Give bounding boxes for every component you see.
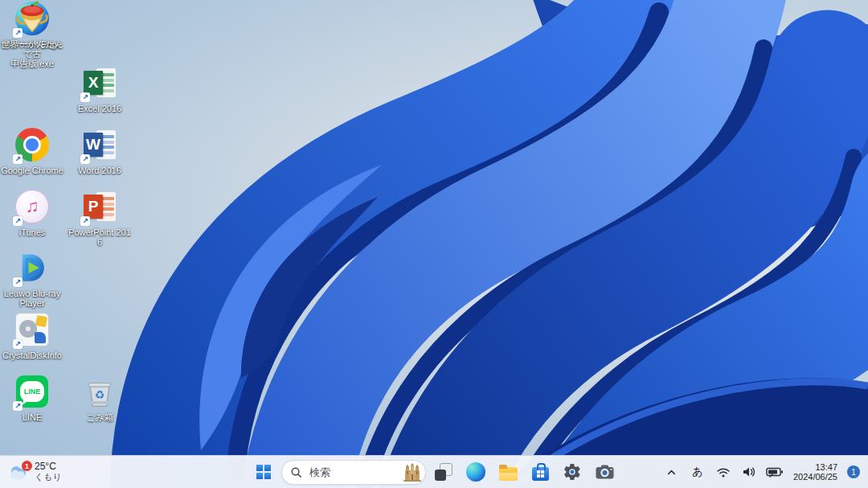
ime-indicator[interactable]: あ <box>686 459 710 485</box>
desktop-icon-label: LINE <box>0 412 64 422</box>
gear-icon <box>563 462 582 482</box>
shortcut-arrow-icon: ↗ <box>13 401 23 411</box>
desktop-icon-label: ごみ箱 <box>68 412 132 422</box>
shortcut-arrow-icon: ↗ <box>13 339 23 349</box>
weather-temperature: 25°C <box>35 461 62 472</box>
taskbar-edge-button[interactable] <box>461 457 490 486</box>
camera-icon <box>595 462 615 482</box>
desktop-icon-line[interactable]: LINE ↗ LINE <box>0 373 64 422</box>
store-bag-icon <box>532 467 549 481</box>
spinning-top-icon <box>14 0 51 37</box>
shortcut-arrow-icon: ↗ <box>13 216 23 226</box>
task-view-icon <box>435 463 452 481</box>
desktop-icon-itunes[interactable]: ♫ ↗ iTunes <box>0 188 64 237</box>
taskbar: 1 25°C くもり <box>0 455 868 488</box>
wifi-icon <box>716 465 731 478</box>
recycle-bin-icon: ♻ <box>82 374 117 409</box>
desktop-icon-leawo-blu-ray-player[interactable]: ↗ Leawo Blu-ray Player <box>0 249 64 308</box>
desktop-icon-word-2016[interactable]: W ↗ Word 2016 <box>68 126 132 175</box>
hidden-icons-button[interactable] <box>660 459 684 485</box>
desktop-icon-label: iTunes <box>0 228 64 237</box>
notification-count-badge[interactable]: 1 <box>847 465 860 478</box>
start-button[interactable] <box>249 457 278 486</box>
desktop-icon-label: CrystalDiskInfo <box>0 351 64 360</box>
svg-text:♻: ♻ <box>95 389 104 401</box>
wifi-button[interactable] <box>711 459 735 485</box>
clock[interactable]: 13:47 2024/06/25 <box>788 462 842 482</box>
taskbar-center-group <box>249 456 619 488</box>
weather-badge: 1 <box>22 461 32 471</box>
search-highlight-castle-image[interactable] <box>403 463 422 482</box>
desktop-icon-label: Leawo Blu-ray <box>0 289 64 298</box>
shortcut-arrow-icon: ↗ <box>80 92 90 102</box>
search-input[interactable] <box>308 465 397 479</box>
desktop-icon-label: 世界一かんたんで古 <box>0 39 64 59</box>
desktop-icon-powerpoint-2016[interactable]: P ↗ PowerPoint 2016 <box>68 188 132 247</box>
chevron-up-icon <box>665 466 678 478</box>
weather-condition: くもり <box>35 472 62 482</box>
desktop-icon-recycle-bin[interactable]: ♻ ごみ箱 <box>68 373 132 422</box>
clock-date: 2024/06/25 <box>793 472 837 482</box>
microsoft-store-button[interactable] <box>526 457 555 486</box>
desktop-icon-label: Word 2016 <box>68 166 132 175</box>
desktop-icon-sekaiichi-kantan-shinkoku[interactable]: 世界一かんたんで古 申告版.exe <box>0 0 64 68</box>
desktop-icon-label: Google Chrome <box>0 166 64 175</box>
search-icon <box>290 466 302 478</box>
shortcut-arrow-icon: ↗ <box>13 154 23 164</box>
settings-button[interactable] <box>558 457 587 486</box>
shortcut-arrow-icon: ↗ <box>80 154 90 164</box>
file-explorer-button[interactable] <box>493 457 522 486</box>
task-view-button[interactable] <box>429 457 458 486</box>
desktop-icon-google-chrome[interactable]: ↗ Google Chrome <box>0 126 64 175</box>
desktop-icon-label: Excel 2016 <box>68 104 132 113</box>
clock-time: 13:47 <box>815 462 837 473</box>
battery-charging-icon <box>766 466 784 478</box>
edge-icon <box>466 462 485 482</box>
desktop-icon-excel-2016[interactable]: X ↗ Excel 2016 <box>68 64 132 113</box>
desktop-icon-label-line2: 申告版.exe <box>0 59 64 68</box>
desktop-icon-crystaldiskinfo[interactable]: ↗ CrystalDiskInfo <box>0 311 64 360</box>
cloud-weather-icon: 1 <box>8 463 29 481</box>
speaker-icon <box>742 465 755 478</box>
windows-logo-icon <box>256 465 271 479</box>
shortcut-arrow-icon: ↗ <box>13 277 23 287</box>
system-tray: あ 13:47 2024 <box>660 456 868 488</box>
taskbar-search-box[interactable] <box>281 460 426 485</box>
weather-widget[interactable]: 1 25°C くもり <box>0 456 70 488</box>
volume-button[interactable] <box>737 459 761 485</box>
desktop-icon-label-line2: Player <box>0 298 64 308</box>
battery-button[interactable] <box>763 459 787 485</box>
shortcut-arrow-icon: ↗ <box>80 216 90 226</box>
camera-button[interactable] <box>590 457 619 486</box>
desktop-icon-label: PowerPoint 2016 <box>68 228 132 247</box>
folder-icon <box>499 467 518 481</box>
